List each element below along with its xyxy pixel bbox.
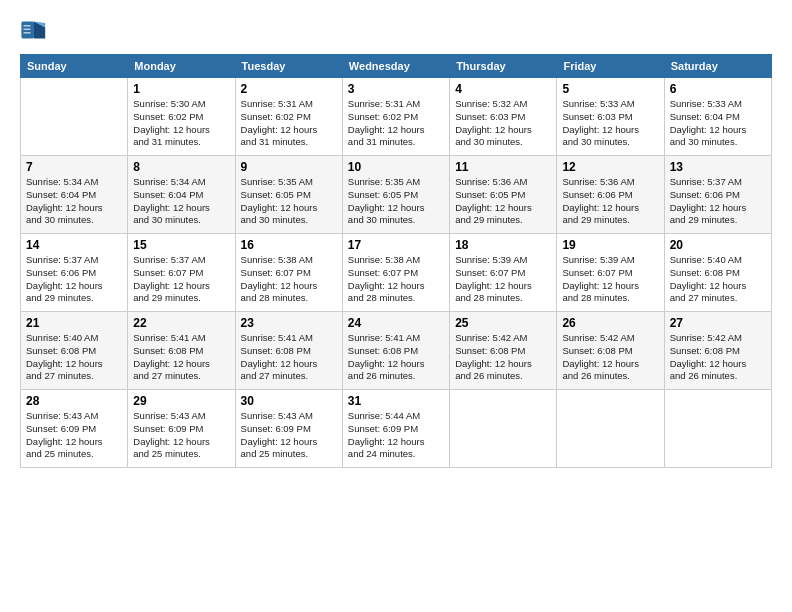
day-number: 13 xyxy=(670,160,766,174)
svg-rect-5 xyxy=(24,32,31,33)
day-number: 25 xyxy=(455,316,551,330)
day-info: Sunrise: 5:42 AM Sunset: 6:08 PM Dayligh… xyxy=(562,332,658,383)
calendar-cell: 21Sunrise: 5:40 AM Sunset: 6:08 PM Dayli… xyxy=(21,312,128,390)
calendar-cell xyxy=(450,390,557,468)
day-info: Sunrise: 5:39 AM Sunset: 6:07 PM Dayligh… xyxy=(562,254,658,305)
calendar-cell: 13Sunrise: 5:37 AM Sunset: 6:06 PM Dayli… xyxy=(664,156,771,234)
calendar-cell: 30Sunrise: 5:43 AM Sunset: 6:09 PM Dayli… xyxy=(235,390,342,468)
day-info: Sunrise: 5:37 AM Sunset: 6:07 PM Dayligh… xyxy=(133,254,229,305)
day-number: 2 xyxy=(241,82,337,96)
calendar-cell: 5Sunrise: 5:33 AM Sunset: 6:03 PM Daylig… xyxy=(557,78,664,156)
day-info: Sunrise: 5:42 AM Sunset: 6:08 PM Dayligh… xyxy=(455,332,551,383)
day-info: Sunrise: 5:38 AM Sunset: 6:07 PM Dayligh… xyxy=(348,254,444,305)
day-info: Sunrise: 5:36 AM Sunset: 6:06 PM Dayligh… xyxy=(562,176,658,227)
col-header-saturday: Saturday xyxy=(664,55,771,78)
page: SundayMondayTuesdayWednesdayThursdayFrid… xyxy=(0,0,792,480)
col-header-friday: Friday xyxy=(557,55,664,78)
day-info: Sunrise: 5:40 AM Sunset: 6:08 PM Dayligh… xyxy=(26,332,122,383)
calendar-cell: 15Sunrise: 5:37 AM Sunset: 6:07 PM Dayli… xyxy=(128,234,235,312)
calendar-cell: 7Sunrise: 5:34 AM Sunset: 6:04 PM Daylig… xyxy=(21,156,128,234)
day-number: 21 xyxy=(26,316,122,330)
day-info: Sunrise: 5:43 AM Sunset: 6:09 PM Dayligh… xyxy=(133,410,229,461)
calendar-cell: 9Sunrise: 5:35 AM Sunset: 6:05 PM Daylig… xyxy=(235,156,342,234)
day-number: 5 xyxy=(562,82,658,96)
calendar-cell: 23Sunrise: 5:41 AM Sunset: 6:08 PM Dayli… xyxy=(235,312,342,390)
day-info: Sunrise: 5:31 AM Sunset: 6:02 PM Dayligh… xyxy=(348,98,444,149)
calendar-cell: 24Sunrise: 5:41 AM Sunset: 6:08 PM Dayli… xyxy=(342,312,449,390)
calendar-cell: 11Sunrise: 5:36 AM Sunset: 6:05 PM Dayli… xyxy=(450,156,557,234)
day-number: 1 xyxy=(133,82,229,96)
calendar-cell xyxy=(664,390,771,468)
day-number: 14 xyxy=(26,238,122,252)
calendar-cell: 27Sunrise: 5:42 AM Sunset: 6:08 PM Dayli… xyxy=(664,312,771,390)
day-number: 11 xyxy=(455,160,551,174)
day-number: 31 xyxy=(348,394,444,408)
calendar-cell: 25Sunrise: 5:42 AM Sunset: 6:08 PM Dayli… xyxy=(450,312,557,390)
calendar-cell: 1Sunrise: 5:30 AM Sunset: 6:02 PM Daylig… xyxy=(128,78,235,156)
day-number: 30 xyxy=(241,394,337,408)
day-info: Sunrise: 5:41 AM Sunset: 6:08 PM Dayligh… xyxy=(348,332,444,383)
logo-icon xyxy=(20,16,48,44)
day-number: 17 xyxy=(348,238,444,252)
day-number: 7 xyxy=(26,160,122,174)
day-info: Sunrise: 5:42 AM Sunset: 6:08 PM Dayligh… xyxy=(670,332,766,383)
calendar-cell: 22Sunrise: 5:41 AM Sunset: 6:08 PM Dayli… xyxy=(128,312,235,390)
calendar-cell: 28Sunrise: 5:43 AM Sunset: 6:09 PM Dayli… xyxy=(21,390,128,468)
day-number: 10 xyxy=(348,160,444,174)
calendar-cell: 17Sunrise: 5:38 AM Sunset: 6:07 PM Dayli… xyxy=(342,234,449,312)
calendar-cell: 26Sunrise: 5:42 AM Sunset: 6:08 PM Dayli… xyxy=(557,312,664,390)
calendar-cell: 8Sunrise: 5:34 AM Sunset: 6:04 PM Daylig… xyxy=(128,156,235,234)
day-info: Sunrise: 5:33 AM Sunset: 6:03 PM Dayligh… xyxy=(562,98,658,149)
calendar-table: SundayMondayTuesdayWednesdayThursdayFrid… xyxy=(20,54,772,468)
day-info: Sunrise: 5:33 AM Sunset: 6:04 PM Dayligh… xyxy=(670,98,766,149)
calendar-cell: 3Sunrise: 5:31 AM Sunset: 6:02 PM Daylig… xyxy=(342,78,449,156)
day-info: Sunrise: 5:41 AM Sunset: 6:08 PM Dayligh… xyxy=(133,332,229,383)
day-number: 9 xyxy=(241,160,337,174)
day-info: Sunrise: 5:35 AM Sunset: 6:05 PM Dayligh… xyxy=(241,176,337,227)
calendar-cell: 20Sunrise: 5:40 AM Sunset: 6:08 PM Dayli… xyxy=(664,234,771,312)
calendar-cell: 6Sunrise: 5:33 AM Sunset: 6:04 PM Daylig… xyxy=(664,78,771,156)
day-number: 20 xyxy=(670,238,766,252)
day-number: 24 xyxy=(348,316,444,330)
day-number: 15 xyxy=(133,238,229,252)
day-info: Sunrise: 5:44 AM Sunset: 6:09 PM Dayligh… xyxy=(348,410,444,461)
day-info: Sunrise: 5:38 AM Sunset: 6:07 PM Dayligh… xyxy=(241,254,337,305)
calendar-cell: 10Sunrise: 5:35 AM Sunset: 6:05 PM Dayli… xyxy=(342,156,449,234)
calendar-cell xyxy=(21,78,128,156)
col-header-sunday: Sunday xyxy=(21,55,128,78)
day-number: 4 xyxy=(455,82,551,96)
logo xyxy=(20,16,52,44)
day-info: Sunrise: 5:37 AM Sunset: 6:06 PM Dayligh… xyxy=(670,176,766,227)
svg-rect-4 xyxy=(24,29,31,30)
calendar-cell: 18Sunrise: 5:39 AM Sunset: 6:07 PM Dayli… xyxy=(450,234,557,312)
day-info: Sunrise: 5:34 AM Sunset: 6:04 PM Dayligh… xyxy=(26,176,122,227)
day-number: 16 xyxy=(241,238,337,252)
calendar-cell: 16Sunrise: 5:38 AM Sunset: 6:07 PM Dayli… xyxy=(235,234,342,312)
day-number: 28 xyxy=(26,394,122,408)
day-number: 23 xyxy=(241,316,337,330)
day-number: 19 xyxy=(562,238,658,252)
day-info: Sunrise: 5:36 AM Sunset: 6:05 PM Dayligh… xyxy=(455,176,551,227)
day-number: 8 xyxy=(133,160,229,174)
calendar-cell: 19Sunrise: 5:39 AM Sunset: 6:07 PM Dayli… xyxy=(557,234,664,312)
day-number: 22 xyxy=(133,316,229,330)
day-info: Sunrise: 5:39 AM Sunset: 6:07 PM Dayligh… xyxy=(455,254,551,305)
day-number: 29 xyxy=(133,394,229,408)
day-info: Sunrise: 5:37 AM Sunset: 6:06 PM Dayligh… xyxy=(26,254,122,305)
day-info: Sunrise: 5:32 AM Sunset: 6:03 PM Dayligh… xyxy=(455,98,551,149)
day-info: Sunrise: 5:34 AM Sunset: 6:04 PM Dayligh… xyxy=(133,176,229,227)
svg-rect-3 xyxy=(24,25,31,26)
calendar-cell xyxy=(557,390,664,468)
day-info: Sunrise: 5:43 AM Sunset: 6:09 PM Dayligh… xyxy=(26,410,122,461)
day-info: Sunrise: 5:41 AM Sunset: 6:08 PM Dayligh… xyxy=(241,332,337,383)
day-number: 6 xyxy=(670,82,766,96)
day-number: 27 xyxy=(670,316,766,330)
col-header-monday: Monday xyxy=(128,55,235,78)
day-number: 12 xyxy=(562,160,658,174)
calendar-cell: 14Sunrise: 5:37 AM Sunset: 6:06 PM Dayli… xyxy=(21,234,128,312)
calendar-cell: 2Sunrise: 5:31 AM Sunset: 6:02 PM Daylig… xyxy=(235,78,342,156)
calendar-cell: 29Sunrise: 5:43 AM Sunset: 6:09 PM Dayli… xyxy=(128,390,235,468)
calendar-cell: 4Sunrise: 5:32 AM Sunset: 6:03 PM Daylig… xyxy=(450,78,557,156)
header xyxy=(20,16,772,44)
day-info: Sunrise: 5:43 AM Sunset: 6:09 PM Dayligh… xyxy=(241,410,337,461)
